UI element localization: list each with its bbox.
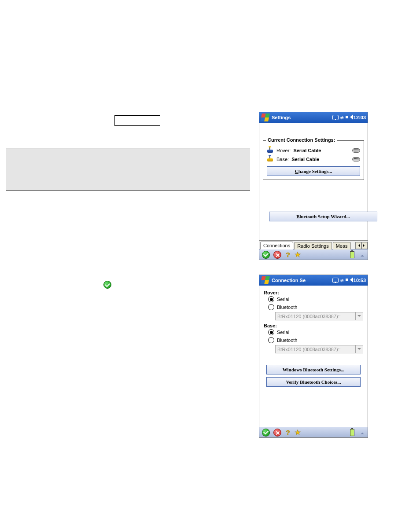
- chat-icon[interactable]: [332, 115, 339, 120]
- tab-scroll-right[interactable]: [361, 242, 368, 249]
- radio-label: Serial: [277, 297, 289, 302]
- change-settings-label: hange Settings...: [298, 169, 332, 174]
- rover-bluetooth-combo[interactable]: BtRx01120 (0008ac038387)::: [275, 312, 363, 320]
- rover-row: Rover: Serial Cable: [267, 147, 360, 154]
- help-icon[interactable]: ?: [285, 251, 291, 259]
- settings-client: Current Connection Settings: Rover: Seri…: [259, 123, 368, 249]
- battery-icon[interactable]: [350, 251, 354, 258]
- clock[interactable]: 12:03: [354, 115, 366, 120]
- base-row: Base: Serial Cable: [267, 156, 360, 163]
- ok-button[interactable]: [262, 429, 270, 437]
- cancel-button[interactable]: [273, 429, 281, 437]
- tab-measure[interactable]: Meas: [333, 242, 351, 249]
- change-settings-button[interactable]: Change Settings...: [267, 166, 360, 176]
- battery-icon[interactable]: [350, 429, 354, 436]
- favorites-icon[interactable]: ★: [295, 428, 301, 437]
- speaker-icon[interactable]: [346, 277, 352, 283]
- fieldset-legend: Current Connection Settings:: [266, 137, 337, 143]
- speaker-icon[interactable]: [346, 114, 352, 121]
- rover-label: Rover:: [276, 148, 291, 153]
- rover-serial-radio[interactable]: Serial: [264, 295, 363, 303]
- change-settings-mnemonic: C: [295, 169, 298, 174]
- titlebar: Settings ⇄ 12:03: [259, 112, 368, 123]
- verify-bluetooth-button[interactable]: Verify Bluetooth Choices...: [266, 377, 361, 387]
- window-title: Connection Se: [272, 278, 331, 283]
- cancel-button[interactable]: [273, 251, 281, 259]
- chat-icon[interactable]: [332, 278, 339, 283]
- favorites-icon[interactable]: ★: [295, 250, 301, 259]
- chevron-down-icon: [355, 345, 363, 353]
- base-serial-radio[interactable]: Serial: [264, 328, 363, 336]
- radio-icon: [268, 304, 274, 310]
- radio-label: Bluetooth: [277, 305, 297, 310]
- bottom-toolbar: ? ★: [259, 427, 368, 437]
- sync-icon[interactable]: ⇄: [340, 116, 344, 119]
- rover-group-label: Rover:: [264, 290, 363, 295]
- radio-label: Bluetooth: [277, 338, 297, 343]
- start-flag-icon[interactable]: [260, 276, 270, 284]
- radio-icon: [268, 337, 274, 343]
- bt-wizard-mnemonic: B: [296, 214, 299, 219]
- ok-icon: [103, 281, 111, 289]
- rover-bluetooth-radio[interactable]: Bluetooth: [264, 303, 363, 311]
- combo-value: BtRx01120 (0008ac038387)::: [277, 314, 341, 319]
- tab-scroll-left[interactable]: [355, 242, 361, 249]
- bt-wizard-label: luetooth Setup Wizard...: [300, 214, 350, 219]
- tab-radio-settings[interactable]: Radio Settings: [294, 242, 332, 249]
- base-label: Base:: [276, 157, 289, 162]
- combo-value: BtRx01120 (0008ac038387)::: [277, 347, 341, 352]
- ok-button[interactable]: [262, 251, 270, 259]
- base-bluetooth-combo[interactable]: BtRx01120 (0008ac038387)::: [275, 345, 363, 353]
- base-value: Serial Cable: [291, 157, 319, 162]
- base-icon: [267, 156, 274, 163]
- radio-icon: [268, 296, 274, 302]
- base-bluetooth-radio[interactable]: Bluetooth: [264, 336, 363, 344]
- tab-connections[interactable]: Connections: [260, 242, 293, 249]
- serial-port-icon: [352, 157, 360, 161]
- radio-label: Serial: [277, 330, 289, 335]
- base-group-label: Base:: [264, 323, 363, 328]
- rover-value: Serial Cable: [293, 148, 321, 153]
- sip-button[interactable]: [360, 430, 365, 435]
- sip-button[interactable]: [360, 252, 365, 257]
- highlight-box: [114, 115, 160, 126]
- checkmark-icon: [103, 281, 111, 289]
- gray-band: [6, 148, 250, 191]
- bluetooth-wizard-button[interactable]: Bluetooth Setup Wizard...: [269, 212, 377, 221]
- clock[interactable]: 10:53: [354, 278, 366, 283]
- help-icon[interactable]: ?: [285, 429, 291, 437]
- rover-icon: [267, 147, 274, 154]
- connection-window: Connection Se ⇄ 10:53 Rover: Serial Blue…: [259, 275, 368, 438]
- tab-strip: Connections Radio Settings Meas: [259, 240, 368, 249]
- bottom-toolbar: ? ★: [259, 249, 368, 260]
- titlebar: Connection Se ⇄ 10:53: [259, 275, 368, 286]
- settings-window: Settings ⇄ 12:03 Current Connection Sett…: [259, 112, 368, 260]
- chevron-down-icon: [355, 312, 363, 320]
- window-title: Settings: [272, 115, 331, 120]
- start-flag-icon[interactable]: [260, 114, 270, 121]
- windows-bluetooth-button[interactable]: Windows Bluetooth Settings...: [266, 365, 361, 374]
- serial-port-icon: [352, 148, 360, 153]
- current-connection-fieldset: Current Connection Settings: Rover: Seri…: [263, 140, 364, 180]
- connection-client: Rover: Serial Bluetooth BtRx01120 (0008a…: [259, 286, 368, 427]
- radio-icon: [268, 329, 274, 335]
- sync-icon[interactable]: ⇄: [340, 279, 344, 282]
